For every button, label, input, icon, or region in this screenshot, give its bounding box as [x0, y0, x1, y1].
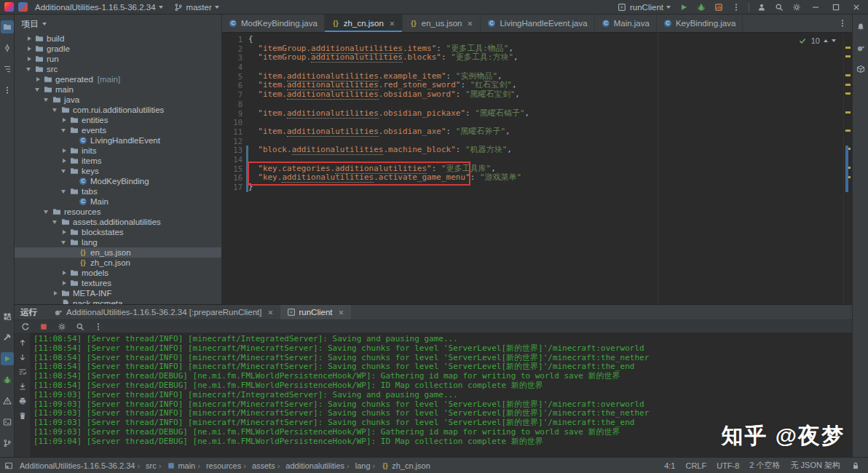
- close-tab-icon[interactable]: [389, 20, 395, 27]
- prev-occurrence-button[interactable]: [16, 337, 29, 349]
- notifications-toolwindow-button[interactable]: [854, 20, 867, 33]
- project-toolwindow-button[interactable]: [1, 20, 14, 33]
- tree-item[interactable]: gradle: [15, 44, 221, 54]
- dependencies-toolwindow-button[interactable]: [854, 63, 867, 76]
- terminal-toolwindow-button[interactable]: [1, 416, 14, 429]
- tree-item[interactable]: textures: [15, 278, 221, 288]
- structure-toolwindow-button[interactable]: [1, 63, 14, 76]
- debug-toolwindow-button[interactable]: [1, 373, 14, 386]
- print-button[interactable]: [16, 395, 29, 407]
- tree-item[interactable]: tabs: [15, 186, 221, 196]
- tree-item[interactable]: blockstates: [15, 227, 221, 237]
- expand-icon[interactable]: [61, 148, 68, 154]
- tree-item[interactable]: pack.mcmeta: [15, 298, 221, 304]
- breadcrumb-item[interactable]: assets: [243, 461, 275, 470]
- tree-item[interactable]: run: [15, 54, 221, 64]
- tree-item[interactable]: com.rui.additionalutilities: [15, 105, 221, 115]
- breadcrumb-item[interactable]: {}zh_cn.json: [373, 461, 430, 470]
- tree-item[interactable]: CModKeyBinding: [15, 176, 221, 186]
- tree-item[interactable]: main: [15, 84, 221, 95]
- expand-icon[interactable]: [26, 36, 33, 42]
- more-actions-button[interactable]: [727, 0, 745, 15]
- expand-icon[interactable]: [44, 209, 50, 215]
- tree-item[interactable]: build: [15, 33, 221, 44]
- expand-icon[interactable]: [61, 270, 68, 277]
- typo-stripe-mark[interactable]: [845, 84, 851, 86]
- expand-icon[interactable]: [61, 229, 68, 236]
- typo-stripe-mark[interactable]: [845, 74, 851, 76]
- close-tab-icon[interactable]: [338, 309, 344, 316]
- error-stripe[interactable]: [843, 33, 852, 304]
- tree-item[interactable]: CLivingHandleEvent: [15, 135, 221, 146]
- maximize-button[interactable]: [826, 0, 846, 15]
- expand-icon[interactable]: [26, 56, 33, 63]
- editor-body[interactable]: 1{2 "itemGroup.additionalutilities.items…: [222, 33, 852, 304]
- scroll-to-end-button[interactable]: [16, 381, 29, 392]
- tree-item[interactable]: CMain: [15, 196, 221, 207]
- run-tab[interactable]: AdditionalUtilities-1.16.5-36.2.34 [:pre…: [47, 305, 280, 319]
- problems-toolwindow-button[interactable]: [1, 394, 14, 408]
- breadcrumb-item[interactable]: additionalutilities: [277, 461, 344, 470]
- close-button[interactable]: [846, 0, 867, 15]
- expand-icon[interactable]: [52, 219, 59, 226]
- project-name-button[interactable]: AdditionalUtilities-1.16.5-36.2.34: [31, 0, 167, 15]
- next-occurrence-button[interactable]: [16, 351, 29, 363]
- tree-item[interactable]: generated[main]: [15, 74, 221, 84]
- run-config-selector[interactable]: runClient: [612, 0, 675, 15]
- breadcrumb-item[interactable]: src: [137, 461, 156, 470]
- editor-tab[interactable]: {}zh_cn.json: [325, 15, 403, 32]
- search-button[interactable]: [74, 321, 87, 333]
- breadcrumb-item[interactable]: AdditionalUtilities-1.16.5-36.2.34: [20, 461, 135, 470]
- run-toolwindow-button[interactable]: [1, 352, 14, 365]
- more-toolwindows-toolwindow-button[interactable]: [1, 84, 14, 97]
- status-widget[interactable]: 2 个空格: [749, 460, 780, 471]
- status-widget[interactable]: CRLF: [685, 461, 706, 470]
- git-toolwindow-button[interactable]: [1, 437, 14, 450]
- close-tab-icon[interactable]: [467, 20, 473, 27]
- breadcrumb-item[interactable]: main: [159, 461, 196, 470]
- expand-icon[interactable]: [61, 280, 68, 287]
- status-widget[interactable]: UTF-8: [717, 461, 739, 470]
- breadcrumb-item[interactable]: resources: [197, 461, 241, 470]
- minimize-button[interactable]: [805, 0, 826, 15]
- tree-item[interactable]: {}zh_cn.json: [15, 258, 221, 268]
- settings-button[interactable]: [788, 0, 805, 15]
- tree-item[interactable]: java: [15, 95, 221, 105]
- editor-tab[interactable]: CLivingHandleEvent.java: [481, 15, 594, 32]
- editor-tab[interactable]: CModKeyBinding.java: [222, 15, 325, 32]
- expand-icon[interactable]: [52, 107, 59, 114]
- lock-icon[interactable]: [851, 461, 861, 471]
- prev-problem-button[interactable]: [824, 39, 828, 42]
- tree-item[interactable]: META-INF: [15, 288, 221, 298]
- tree-item[interactable]: assets.additionalutilities: [15, 217, 221, 227]
- expand-icon[interactable]: [61, 127, 68, 134]
- status-widget[interactable]: 无 JSON 架构: [791, 460, 840, 471]
- editor-tab[interactable]: CKeyBinding.java: [657, 15, 743, 32]
- breadcrumb-item[interactable]: lang: [347, 461, 370, 470]
- code-with-me-button[interactable]: [753, 0, 770, 15]
- typo-stripe-mark[interactable]: [845, 130, 851, 132]
- tree-item[interactable]: src: [15, 64, 221, 74]
- expand-icon[interactable]: [35, 87, 42, 93]
- rerun-button[interactable]: [19, 321, 32, 333]
- run-tab[interactable]: runClient: [280, 305, 351, 319]
- search-everywhere-button[interactable]: [770, 0, 788, 15]
- run-button[interactable]: [675, 0, 693, 15]
- close-tab-icon[interactable]: [267, 309, 274, 316]
- change-stripe-mark[interactable]: [845, 146, 848, 192]
- tree-item[interactable]: models: [15, 268, 221, 278]
- tree-item[interactable]: lang: [15, 237, 221, 247]
- settings-button[interactable]: [55, 321, 68, 333]
- expand-icon[interactable]: [35, 76, 42, 83]
- expand-icon[interactable]: [44, 97, 50, 103]
- tree-item[interactable]: items: [15, 156, 221, 166]
- clear-all-button[interactable]: [16, 410, 29, 421]
- more-options-button[interactable]: [92, 321, 105, 333]
- tree-item[interactable]: entities: [15, 115, 221, 125]
- profiler-button[interactable]: [710, 0, 727, 15]
- editor-tab[interactable]: {}en_us.json: [403, 15, 481, 32]
- expand-icon[interactable]: [61, 117, 68, 124]
- soft-wrap-button[interactable]: [16, 366, 29, 378]
- tree-item[interactable]: events: [15, 125, 221, 135]
- typo-stripe-mark[interactable]: [845, 47, 851, 49]
